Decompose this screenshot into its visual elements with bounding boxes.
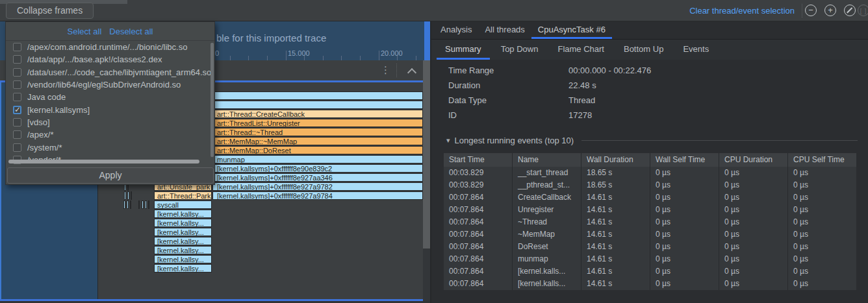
- cell: [kernel.kalls...: [512, 278, 581, 290]
- tab-cpuasynctask[interactable]: CpuAsyncTask #6: [531, 21, 612, 39]
- ruler-tick: [248, 56, 249, 60]
- col-wall-duration[interactable]: Wall Duration: [581, 153, 650, 167]
- summary-block: Time Range00:00.000 - 00:22.476 Duration…: [448, 63, 851, 123]
- flame-bar[interactable]: art::Thread::Park: [154, 191, 212, 200]
- subtab-summary[interactable]: Summary: [437, 40, 490, 60]
- subtab-bottom-up[interactable]: Bottom Up: [615, 40, 672, 60]
- reset-zoom-icon[interactable]: [844, 5, 856, 16]
- kebab-menu-icon[interactable]: [381, 63, 390, 77]
- section-rule: [581, 140, 858, 141]
- checkbox[interactable]: [13, 93, 21, 101]
- flame-sliver[interactable]: [145, 200, 147, 209]
- cell: 18.65 s: [581, 179, 650, 191]
- filter-item[interactable]: /data/app/.../base.apk!/classes2.dex: [6, 53, 214, 66]
- table-row[interactable]: 00:07.864DoReset14.61 s0 µs0 µs0 µs: [444, 241, 856, 253]
- cell: Unregister: [512, 204, 581, 216]
- events-table-header: Start Time Name Wall Duration Wall Self …: [444, 153, 856, 167]
- select-all-link[interactable]: Select all: [68, 27, 102, 36]
- subtab-flame-chart[interactable]: Flame Chart: [549, 40, 613, 60]
- flame-bar[interactable]: [kernel.kallsy...: [154, 228, 212, 236]
- collapse-frames-button[interactable]: Collapse frames: [6, 3, 94, 19]
- table-row[interactable]: 00:07.864[kernel.kalls...14.61 s0 µs0 µs…: [444, 265, 856, 278]
- filter-item[interactable]: /system/*: [6, 141, 214, 153]
- table-row[interactable]: 00:07.864~MemMap14.61 s0 µs0 µs0 µs: [444, 228, 856, 241]
- table-row[interactable]: 00:07.864CreateCallback14.61 s0 µs0 µs0 …: [444, 191, 856, 204]
- popup-horizontal-scrollbar[interactable]: [8, 160, 199, 164]
- clear-selection-link[interactable]: Clear thread/event selection: [689, 0, 795, 21]
- subtab-events[interactable]: Events: [674, 40, 717, 60]
- longest-events-header[interactable]: ▾ Longest running events (top 10): [446, 136, 858, 145]
- filter-item[interactable]: /vendor/lib64/egl/eglSubDriverAndroid.so: [6, 79, 214, 91]
- checkbox[interactable]: [13, 143, 21, 152]
- flame-sliver[interactable]: [127, 200, 129, 209]
- tab-all-threads[interactable]: All threads: [478, 21, 531, 39]
- summary-row: ID17278: [448, 108, 851, 123]
- flame-bar[interactable]: [kernel.kallsy...: [154, 237, 212, 245]
- ruler-tick: [323, 56, 324, 60]
- collapse-triangle-icon[interactable]: ▾: [446, 136, 450, 145]
- subtab-top-down[interactable]: Top Down: [492, 40, 547, 60]
- flame-vertical-scrollbar-thumb[interactable]: [423, 60, 430, 248]
- ruler-label-15s: 15.000: [288, 49, 310, 57]
- deselect-all-link[interactable]: Deselect all: [109, 27, 153, 36]
- flame-bar[interactable]: [kernel.kallsy...: [154, 219, 212, 227]
- table-row[interactable]: 00:03.829__pthread_st...18.65 s0 µs0 µs0…: [444, 179, 856, 191]
- flame-sliver[interactable]: [148, 200, 149, 209]
- col-start-time[interactable]: Start Time: [444, 153, 512, 167]
- flame-sliver[interactable]: [138, 200, 140, 209]
- apply-button[interactable]: Apply: [7, 167, 214, 184]
- col-cpu-duration[interactable]: CPU Duration: [719, 153, 787, 167]
- flame-sliver[interactable]: [131, 191, 132, 200]
- checkbox[interactable]: [13, 68, 21, 77]
- flame-sliver[interactable]: [124, 191, 126, 200]
- cell: 0 µs: [650, 191, 719, 204]
- filter-item[interactable]: [kernel.kallsyms]: [6, 103, 214, 115]
- filter-item[interactable]: /data/user/.../code_cache/libjvmtiagent_…: [6, 66, 214, 79]
- checkbox[interactable]: [13, 106, 21, 114]
- col-name[interactable]: Name: [512, 153, 581, 167]
- chevron-up-icon[interactable]: [407, 66, 417, 76]
- flame-sliver[interactable]: [142, 200, 144, 209]
- checkbox[interactable]: [13, 80, 21, 89]
- summary-value: 22.48 s: [568, 80, 596, 90]
- table-row[interactable]: 00:07.864munmap14.61 s0 µs0 µs0 µs: [444, 253, 856, 265]
- col-wall-self-time[interactable]: Wall Self Time: [650, 153, 719, 167]
- flame-bar[interactable]: [kernel.kallsyms]+0xffffff8e927a9782: [212, 182, 423, 191]
- zoom-out-icon[interactable]: [805, 5, 817, 16]
- filter-item[interactable]: /apex/com.android.runtime/.../bionic/lib…: [6, 41, 214, 53]
- filter-item[interactable]: Java code: [6, 91, 214, 103]
- analysis-panel: Analysis All threads CpuAsyncTask #6 Sum…: [431, 21, 868, 303]
- table-row[interactable]: 00:07.864~Thread14.61 s0 µs0 µs0 µs: [444, 216, 856, 228]
- banner-message: ble for this imported trace: [216, 32, 326, 43]
- flame-sliver[interactable]: [127, 191, 129, 200]
- filter-item[interactable]: [vdso]: [6, 116, 214, 128]
- cell: 0 µs: [719, 179, 787, 191]
- flame-bar[interactable]: [kernel.kallsyms]+0xffffff8e927a9784: [212, 191, 423, 200]
- checkbox[interactable]: [13, 55, 21, 64]
- tab-analysis[interactable]: Analysis: [434, 21, 478, 39]
- filter-item-label: /vendor/lib64/egl/eglSubDriverAndroid.so: [27, 80, 181, 90]
- filter-item[interactable]: /apex/*: [6, 128, 214, 141]
- zoom-in-icon[interactable]: [824, 5, 836, 16]
- summary-row: Data TypeThread: [448, 93, 851, 108]
- checkbox[interactable]: [13, 43, 21, 51]
- cell: 14.61 s: [581, 278, 650, 290]
- flame-bar[interactable]: [kernel.kallsy...: [154, 210, 212, 218]
- table-row[interactable]: 00:03.829__start_thread18.65 s0 µs0 µs0 …: [444, 167, 856, 179]
- checkbox[interactable]: [13, 130, 21, 139]
- table-row[interactable]: 00:07.864[kernel.kalls...14.61 s0 µs0 µs…: [444, 278, 856, 290]
- flame-bar[interactable]: [kernel.kallsy...: [154, 246, 212, 254]
- popup-vertical-scrollbar[interactable]: [211, 43, 214, 157]
- col-cpu-self-time[interactable]: CPU Self Time: [787, 153, 856, 167]
- flame-bar[interactable]: [kernel.kallsy...: [154, 264, 212, 273]
- ruler-tick: [397, 56, 398, 60]
- table-row[interactable]: 00:07.864Unregister14.61 s0 µs0 µs0 µs: [444, 204, 856, 216]
- flame-sliver[interactable]: [123, 200, 125, 209]
- checkbox[interactable]: [13, 118, 21, 127]
- header-separator: [396, 64, 397, 77]
- cell: 0 µs: [719, 265, 787, 278]
- flame-bar[interactable]: [kernel.kallsy...: [154, 255, 212, 263]
- flame-bar[interactable]: syscall: [154, 200, 212, 209]
- flame-sliver[interactable]: [130, 200, 131, 209]
- zoom-to-selection-icon[interactable]: [858, 5, 868, 16]
